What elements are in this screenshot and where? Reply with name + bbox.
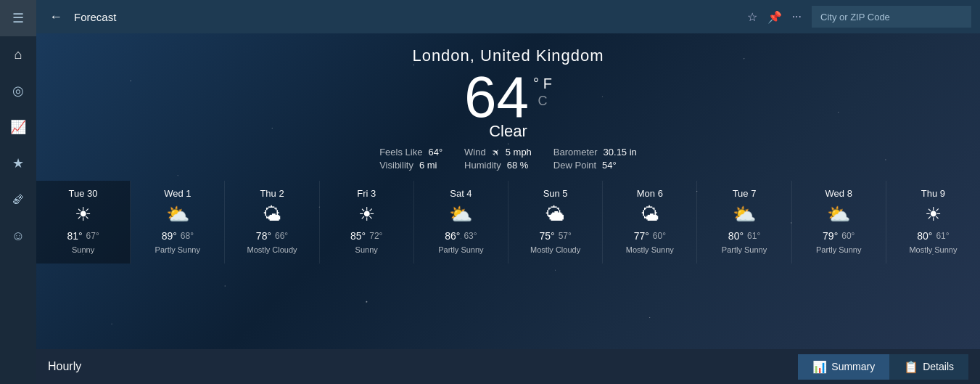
temperature-row: 64 ° F C bbox=[36, 68, 980, 126]
dew-point-value: 54° bbox=[602, 160, 617, 171]
temperature-value: 64 bbox=[464, 68, 529, 126]
forecast-high: 79° bbox=[823, 230, 838, 242]
forecast-condition-text: Partly Sunny bbox=[438, 245, 483, 255]
unit-celsius[interactable]: C bbox=[533, 94, 552, 109]
forecast-day-name: Thu 9 bbox=[921, 188, 945, 199]
forecast-temps: 81° 67° bbox=[67, 230, 99, 242]
forecast-low: 63° bbox=[464, 231, 477, 242]
back-button[interactable]: ← bbox=[45, 9, 67, 25]
visibility-label: Visibility bbox=[379, 160, 413, 171]
emoji-icon[interactable]: ☺ bbox=[0, 218, 36, 254]
summary-button[interactable]: 📊 Summary bbox=[798, 354, 889, 380]
hamburger-icon[interactable]: ☰ bbox=[0, 0, 36, 36]
forecast-high: 77° bbox=[634, 230, 649, 242]
forecast-low: 67° bbox=[86, 231, 99, 242]
main-area: ← Forecast ☆ 📌 ··· London, United Kingdo… bbox=[36, 0, 980, 384]
forecast-condition-icon: 🌥 bbox=[546, 203, 565, 226]
favorites-icon[interactable]: ★ bbox=[0, 145, 36, 181]
bottom-bar: Hourly 📊 Summary 📋 Details bbox=[36, 349, 980, 384]
forecast-condition-icon: ⛅ bbox=[827, 203, 850, 226]
header: ← Forecast ☆ 📌 ··· bbox=[36, 0, 980, 33]
forecast-day-8[interactable]: Wed 8 ⛅ 79° 60° Partly Sunny bbox=[792, 181, 886, 264]
forecast-day-name: Thu 2 bbox=[260, 188, 284, 199]
forecast-high: 89° bbox=[162, 230, 177, 242]
forecast-high: 75° bbox=[539, 230, 554, 242]
dew-point-row: Dew Point 54° bbox=[553, 160, 637, 171]
forecast-day-name: Wed 1 bbox=[164, 188, 191, 199]
detail-group-right: Barometer 30.15 in Dew Point 54° bbox=[553, 147, 637, 171]
forecast-high: 81° bbox=[67, 230, 82, 242]
forecast-condition-text: Partly Sunny bbox=[155, 245, 200, 255]
forecast-high: 78° bbox=[256, 230, 271, 242]
forecast-condition-text: Partly Sunny bbox=[722, 245, 767, 255]
details-icon: 📋 bbox=[904, 360, 918, 374]
city-name: London, United Kingdom bbox=[36, 46, 980, 65]
forecast-day-3[interactable]: Fri 3 ☀ 85° 72° Sunny bbox=[320, 181, 414, 264]
pin-icon[interactable]: 📌 bbox=[767, 10, 782, 24]
forecast-day-7[interactable]: Tue 7 ⛅ 80° 61° Partly Sunny bbox=[697, 181, 791, 264]
unit-fahrenheit[interactable]: ° F bbox=[533, 75, 552, 92]
forecast-day-name: Sat 4 bbox=[450, 188, 472, 199]
forecast-condition-icon: ⛅ bbox=[733, 203, 756, 226]
forecast-condition-text: Mostly Sunny bbox=[626, 245, 674, 255]
forecast-day-2[interactable]: Thu 2 🌤 78° 66° Mostly Cloudy bbox=[225, 181, 319, 264]
wind-row: Wind ✈ 5 mph bbox=[464, 147, 532, 158]
forecast-day-name: Sun 5 bbox=[543, 188, 568, 199]
forecast-low: 66° bbox=[275, 231, 288, 242]
forecast-low: 61° bbox=[747, 231, 760, 242]
wind-arrow-icon: ✈ bbox=[489, 145, 502, 158]
forecast-day-9[interactable]: Thu 9 ☀ 80° 61° Mostly Sunny bbox=[886, 181, 980, 264]
forecast-day-1[interactable]: Wed 1 ⛅ 89° 68° Partly Sunny bbox=[131, 181, 225, 264]
forecast-low: 68° bbox=[181, 231, 194, 242]
forecast-low: 60° bbox=[653, 231, 666, 242]
chart-icon[interactable]: 📈 bbox=[0, 109, 36, 145]
forecast-condition-icon: ☀ bbox=[925, 203, 942, 226]
forecast-temps: 86° 63° bbox=[445, 230, 477, 242]
wind-value: 5 mph bbox=[506, 147, 532, 158]
forecast-high: 80° bbox=[728, 230, 744, 242]
sidebar: ☰ ⌂ ◎ 📈 ★ 🗞 ☺ bbox=[0, 0, 36, 384]
forecast-condition-text: Mostly Cloudy bbox=[530, 245, 580, 255]
forecast-temps: 85° 72° bbox=[350, 230, 382, 242]
weather-main: London, United Kingdom 64 ° F C Clear Fe… bbox=[36, 33, 980, 171]
more-icon[interactable]: ··· bbox=[792, 10, 802, 23]
barometer-label: Barometer bbox=[553, 147, 598, 158]
forecast-condition-text: Sunny bbox=[355, 245, 378, 255]
news-icon[interactable]: 🗞 bbox=[0, 181, 36, 218]
forecast-condition-text: Mostly Sunny bbox=[909, 245, 957, 255]
forecast-temps: 79° 60° bbox=[823, 230, 855, 242]
forecast-condition-icon: ☀ bbox=[358, 203, 375, 226]
forecast-day-0[interactable]: Tue 30 ☀ 81° 67° Sunny bbox=[36, 181, 131, 264]
unit-group: ° F C bbox=[533, 68, 552, 109]
forecast-low: 61° bbox=[936, 231, 949, 242]
forecast-temps: 75° 57° bbox=[539, 230, 571, 242]
wind-label: Wind bbox=[464, 147, 486, 158]
forecast-strip: Tue 30 ☀ 81° 67° Sunny Wed 1 ⛅ 89° 68° P… bbox=[36, 181, 980, 264]
radar-icon[interactable]: ◎ bbox=[0, 73, 36, 109]
forecast-temps: 78° 66° bbox=[256, 230, 288, 242]
feels-like-value: 64° bbox=[428, 147, 442, 158]
forecast-temps: 77° 60° bbox=[634, 230, 666, 242]
forecast-temps: 80° 61° bbox=[917, 230, 949, 242]
hourly-label: Hourly bbox=[48, 360, 798, 373]
barometer-value: 30.15 in bbox=[604, 147, 637, 158]
page-title: Forecast bbox=[74, 11, 740, 23]
forecast-day-5[interactable]: Sun 5 🌥 75° 57° Mostly Cloudy bbox=[508, 181, 603, 264]
forecast-condition-text: Sunny bbox=[72, 245, 94, 255]
forecast-low: 57° bbox=[559, 231, 572, 242]
visibility-value: 6 mi bbox=[419, 160, 437, 171]
forecast-condition-text: Mostly Cloudy bbox=[247, 245, 297, 255]
barometer-row: Barometer 30.15 in bbox=[553, 147, 637, 158]
dew-point-label: Dew Point bbox=[553, 160, 596, 171]
forecast-day-4[interactable]: Sat 4 ⛅ 86° 63° Partly Sunny bbox=[414, 181, 508, 264]
detail-group-left: Feels Like 64° Visibility 6 mi bbox=[379, 147, 442, 171]
home-icon[interactable]: ⌂ bbox=[0, 36, 36, 73]
forecast-day-6[interactable]: Mon 6 🌤 77° 60° Mostly Sunny bbox=[603, 181, 697, 264]
visibility-row: Visibility 6 mi bbox=[379, 160, 442, 171]
search-input[interactable] bbox=[812, 6, 971, 28]
feels-like-row: Feels Like 64° bbox=[379, 147, 442, 158]
details-button[interactable]: 📋 Details bbox=[889, 354, 968, 380]
star-icon[interactable]: ☆ bbox=[747, 10, 757, 24]
details-label: Details bbox=[923, 361, 954, 372]
forecast-day-name: Tue 30 bbox=[69, 188, 98, 199]
